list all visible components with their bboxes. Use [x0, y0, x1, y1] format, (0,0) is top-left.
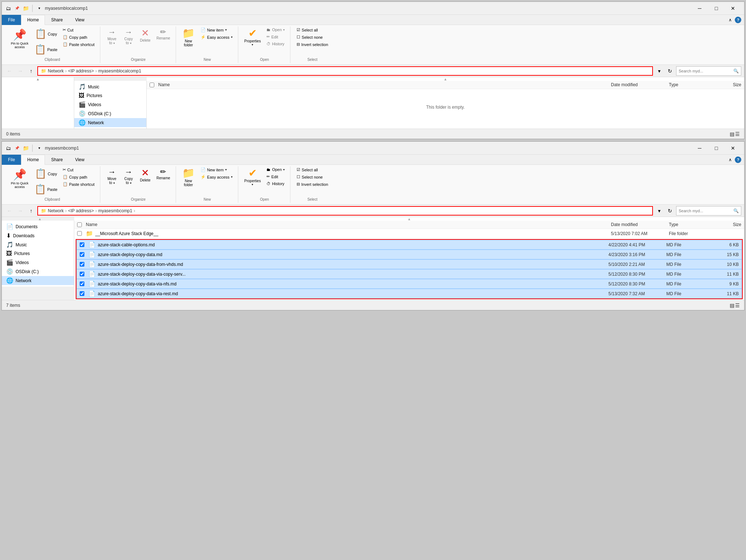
- tab-view1[interactable]: View: [69, 15, 91, 25]
- minimize-button2[interactable]: ─: [691, 142, 708, 154]
- file-checkbox-5[interactable]: [80, 281, 84, 286]
- file-checkbox-6[interactable]: [80, 291, 84, 296]
- back-button2[interactable]: ←: [5, 206, 14, 216]
- tab-home2[interactable]: Home: [21, 155, 45, 165]
- file-row-1[interactable]: 📄 azure-stack-cable-options.md 4/22/2020…: [76, 240, 742, 250]
- view-detail-icon2[interactable]: ☰: [735, 302, 740, 308]
- help-icon1[interactable]: ?: [735, 17, 741, 23]
- paste-button1[interactable]: 📋 Paste: [33, 42, 59, 57]
- copy-button2[interactable]: 📋 Copy: [33, 166, 59, 181]
- col-type2[interactable]: Type: [669, 222, 712, 227]
- refresh-button2[interactable]: ↻: [665, 206, 675, 216]
- properties-button2[interactable]: ✔ Properties ▾: [242, 166, 264, 188]
- sidebar-item-network2[interactable]: 🌐 Network: [2, 276, 74, 285]
- address-box2[interactable]: 📁 Network › <IP address> › myasesmbcomp1…: [37, 206, 653, 216]
- delete-button2[interactable]: ✕ Delete: [137, 166, 153, 184]
- sidebar-item-pictures1[interactable]: 🖼 Pictures: [74, 91, 146, 100]
- crumb-comp1[interactable]: myasesmblocalcomp1: [98, 68, 141, 74]
- sidebar-item-osdisk2[interactable]: 💿 OSDisk (C:): [2, 267, 74, 276]
- file-checkbox-0[interactable]: [77, 231, 82, 236]
- cut-button2[interactable]: ✂ Cut: [60, 166, 97, 173]
- select-all-checkbox1[interactable]: [150, 83, 154, 87]
- new-item-button2[interactable]: 📄 New item ▾: [198, 166, 235, 173]
- tab-view2[interactable]: View: [69, 155, 91, 165]
- refresh-button1[interactable]: ↻: [665, 66, 675, 76]
- file-checkbox-2[interactable]: [80, 252, 84, 257]
- new-folder-button1[interactable]: 📁 Newfolder: [180, 26, 197, 49]
- paste-button2[interactable]: 📋 Paste: [33, 182, 59, 197]
- new-folder-button2[interactable]: 📁 Newfolder: [180, 166, 197, 189]
- crumb-network2[interactable]: Network: [48, 208, 64, 213]
- tab-share2[interactable]: Share: [45, 155, 69, 165]
- easy-access-button1[interactable]: ⚡ Easy access ▾: [198, 34, 235, 41]
- sidebar-item-videos1[interactable]: 🎬 Videos: [74, 100, 146, 109]
- maximize-button2[interactable]: □: [708, 142, 725, 154]
- properties-button1[interactable]: ✔ Properties ▾: [242, 26, 264, 48]
- view-detail-icon1[interactable]: ☰: [735, 131, 740, 137]
- new-item-button1[interactable]: 📄 New item ▾: [198, 26, 235, 33]
- search-box1[interactable]: 🔍: [676, 66, 741, 76]
- file-row-0[interactable]: 📁 __Microsoft Azure Stack Edge__ 5/13/20…: [74, 229, 744, 238]
- pin-button2[interactable]: 📌 Pin to Quick access: [8, 166, 32, 191]
- up-button1[interactable]: ↑: [26, 66, 36, 76]
- tab-share1[interactable]: Share: [45, 15, 69, 25]
- sidebar-item-network1[interactable]: 🌐 Network: [74, 118, 146, 127]
- cut-button1[interactable]: ✂ Cut: [60, 26, 97, 33]
- file-checkbox-4[interactable]: [80, 272, 84, 276]
- copy-to-button2[interactable]: → Copyto ▾: [121, 166, 137, 187]
- search-input2[interactable]: [679, 209, 732, 213]
- maximize-button1[interactable]: □: [708, 3, 725, 14]
- search-box2[interactable]: 🔍: [676, 206, 741, 216]
- sidebar-item-osdisk1[interactable]: 💿 OSDisk (C:): [74, 109, 146, 118]
- select-all-checkbox2[interactable]: [77, 222, 82, 227]
- col-name2[interactable]: Name: [86, 222, 611, 227]
- search-icon2[interactable]: 🔍: [733, 208, 739, 213]
- minimize-button1[interactable]: ─: [691, 3, 708, 14]
- back-button1[interactable]: ←: [5, 66, 14, 76]
- tab-home1[interactable]: Home: [21, 15, 45, 25]
- col-date2[interactable]: Date modified: [611, 222, 669, 227]
- paste-shortcut-button2[interactable]: 📋 Paste shortcut: [60, 181, 97, 188]
- ribbon-collapse-icon2[interactable]: ∧: [729, 157, 732, 162]
- col-date1[interactable]: Date modified: [611, 82, 669, 87]
- pin-button1[interactable]: 📌 Pin to Quick access: [8, 26, 32, 51]
- history-button2[interactable]: ⏱ History: [264, 180, 287, 187]
- edit-button1[interactable]: ✏ Edit: [264, 33, 287, 40]
- edit-button2[interactable]: ✏ Edit: [264, 173, 287, 180]
- help-icon2[interactable]: ?: [735, 156, 741, 163]
- search-icon1[interactable]: 🔍: [733, 68, 739, 74]
- select-all-button2[interactable]: ☑ Select all: [294, 166, 331, 173]
- sidebar-item-videos2[interactable]: 🎬 Videos: [2, 258, 74, 267]
- copy-button1[interactable]: 📋 Copy: [33, 26, 59, 41]
- easy-access-button2[interactable]: ⚡ Easy access ▾: [198, 174, 235, 180]
- col-size2[interactable]: Size: [712, 222, 741, 227]
- open-button2[interactable]: 🖿 Open ▾: [264, 166, 287, 173]
- sidebar-item-music1[interactable]: 🎵 Music: [74, 82, 146, 91]
- ribbon-collapse-icon1[interactable]: ∧: [729, 17, 732, 22]
- file-row-3[interactable]: 📄 azure-stack-deploy-copy-data-from-vhds…: [76, 259, 742, 269]
- paste-shortcut-button1[interactable]: 📋 Paste shortcut: [60, 41, 97, 48]
- copy-path-button1[interactable]: 📋 Copy path: [60, 34, 97, 41]
- file-row-5[interactable]: 📄 azure-stack-deploy-copy-data-via-nfs.m…: [76, 279, 742, 289]
- move-to-button2[interactable]: → Moveto ▾: [104, 166, 120, 187]
- close-button1[interactable]: ✕: [725, 3, 741, 14]
- up-button2[interactable]: ↑: [26, 206, 36, 216]
- select-none-button2[interactable]: ☐ Select none: [294, 174, 331, 180]
- col-type1[interactable]: Type: [669, 82, 712, 87]
- close-button2[interactable]: ✕: [725, 142, 741, 154]
- file-checkbox-3[interactable]: [80, 262, 84, 267]
- crumb-ip2[interactable]: <IP address>: [68, 208, 94, 213]
- select-all-button1[interactable]: ☑ Select all: [294, 26, 331, 33]
- view-list-icon2[interactable]: ▤: [730, 302, 734, 308]
- move-to-button1[interactable]: → Moveto ▾: [104, 26, 120, 47]
- delete-button1[interactable]: ✕ Delete: [137, 26, 153, 44]
- search-input1[interactable]: [679, 69, 732, 73]
- col-name1[interactable]: Name: [158, 82, 611, 87]
- sidebar-item-music2[interactable]: 🎵 Music: [2, 240, 74, 249]
- view-list-icon1[interactable]: ▤: [730, 131, 734, 137]
- address-box1[interactable]: 📁 Network › <IP address> › myasesmblocal…: [37, 66, 653, 76]
- copy-path-button2[interactable]: 📋 Copy path: [60, 174, 97, 180]
- crumb-comp2[interactable]: myasesmbcomp1: [98, 208, 132, 213]
- dropdown-button2[interactable]: ▾: [654, 206, 664, 216]
- invert-selection-button2[interactable]: ⊟ Invert selection: [294, 181, 331, 188]
